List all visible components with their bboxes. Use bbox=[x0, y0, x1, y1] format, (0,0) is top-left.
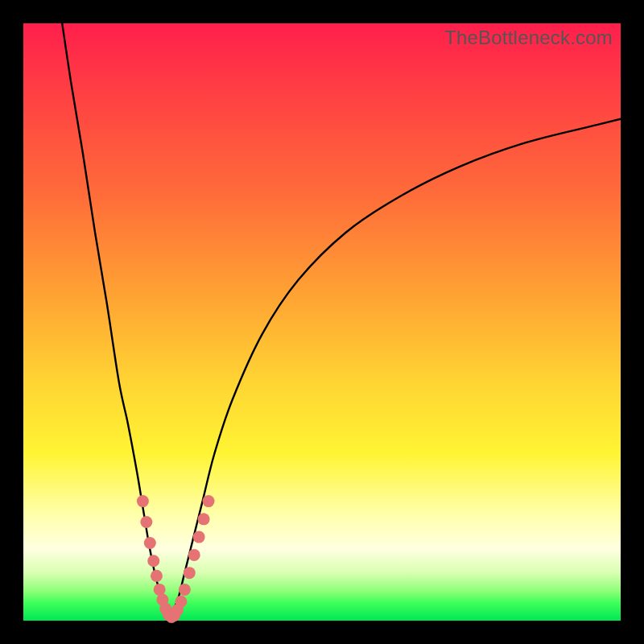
curve-marker bbox=[198, 513, 210, 525]
curve-marker bbox=[144, 537, 156, 549]
curve-marker bbox=[154, 584, 166, 596]
chart-frame: TheBottleneck.com bbox=[0, 0, 644, 644]
curve-marker bbox=[203, 495, 215, 507]
curve-marker bbox=[193, 531, 205, 543]
curve-marker bbox=[175, 596, 187, 608]
curve-layer bbox=[23, 23, 621, 621]
curve-marker bbox=[151, 570, 163, 582]
curve-marker bbox=[137, 495, 149, 507]
curve-marker bbox=[188, 549, 200, 561]
curve-left-branch bbox=[62, 23, 170, 617]
curve-marker bbox=[184, 567, 196, 579]
curve-marker bbox=[179, 584, 191, 596]
curve-right-branch bbox=[170, 119, 621, 618]
plot-area: TheBottleneck.com bbox=[23, 23, 621, 621]
curve-marker bbox=[140, 516, 152, 528]
curve-markers bbox=[137, 495, 215, 623]
curve-marker bbox=[147, 555, 159, 567]
